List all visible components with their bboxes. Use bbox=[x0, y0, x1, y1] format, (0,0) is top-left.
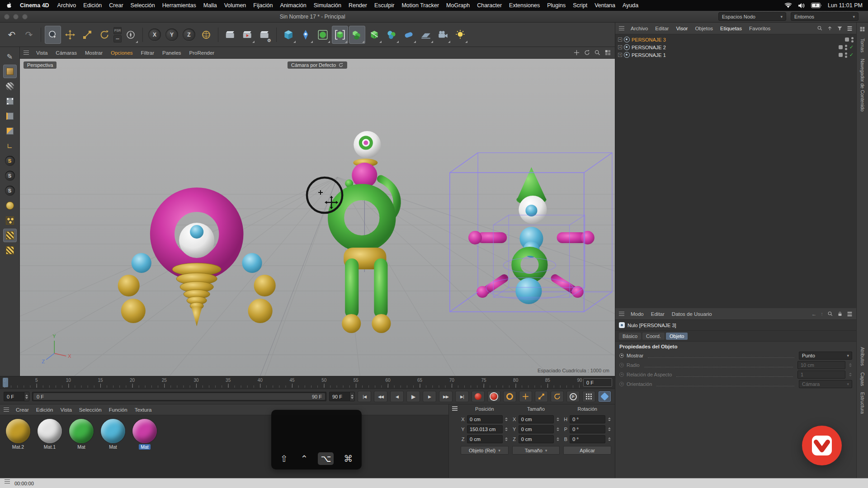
light-menu[interactable] bbox=[452, 26, 468, 44]
record-button[interactable] bbox=[472, 391, 485, 402]
boole-menu[interactable] bbox=[366, 26, 382, 44]
next-frame-button[interactable]: ▶ bbox=[423, 391, 436, 402]
tab-coord[interactable]: Coord. bbox=[642, 333, 665, 340]
rotation-b-field[interactable]: 0 ° bbox=[570, 435, 605, 443]
menu-animacion[interactable]: Animación bbox=[276, 2, 310, 9]
om-menu-favoritos[interactable]: Favoritos bbox=[746, 26, 774, 31]
render-picture-viewer-button[interactable] bbox=[239, 26, 255, 44]
pattern-weave-icon[interactable] bbox=[3, 244, 17, 257]
dock-grid-icon[interactable] bbox=[859, 26, 865, 32]
orbit-view-icon[interactable] bbox=[584, 49, 590, 56]
apply-button[interactable]: Aplicar bbox=[563, 446, 611, 455]
psr-record-mini-button[interactable]: PSR bbox=[113, 27, 122, 34]
workplane-mode-icon[interactable]: ∟ bbox=[3, 139, 17, 153]
visibility-dots[interactable] bbox=[851, 37, 854, 42]
generators-menu[interactable] bbox=[332, 26, 348, 44]
material-menu-crear[interactable]: Crear bbox=[13, 407, 32, 413]
om-menu-objetos[interactable]: Objetos bbox=[692, 26, 716, 31]
menu-archivo[interactable]: Archivo bbox=[54, 2, 80, 9]
last-used-tool-button[interactable] bbox=[123, 26, 139, 44]
layer-chip[interactable] bbox=[845, 38, 849, 42]
history-back-icon[interactable]: ← bbox=[811, 311, 817, 317]
next-key-button[interactable]: ▶▶ bbox=[439, 391, 453, 402]
viewport-menu-vista[interactable]: Vista bbox=[33, 50, 51, 56]
material-swatch[interactable] bbox=[101, 419, 125, 443]
metaball-menu[interactable] bbox=[383, 26, 400, 44]
texture-paint-icon[interactable] bbox=[3, 199, 17, 212]
side-tab-capas[interactable]: Capas bbox=[860, 372, 865, 386]
cloner-menu[interactable] bbox=[349, 26, 365, 44]
x-axis-lock-button[interactable]: X bbox=[146, 26, 163, 44]
material-menu-burger-icon[interactable] bbox=[4, 409, 9, 410]
keyframe-scale-toggle[interactable] bbox=[535, 391, 548, 402]
solo-single-icon[interactable]: S bbox=[3, 169, 17, 183]
visibility-dots[interactable] bbox=[845, 45, 847, 50]
timeline-ruler[interactable]: 0 5 10 15 20 25 30 35 40 45 50 55 60 65 … bbox=[0, 376, 615, 389]
wifi-icon[interactable] bbox=[784, 3, 792, 9]
record-active-objects-button[interactable] bbox=[487, 391, 500, 402]
zoom-view-icon[interactable] bbox=[594, 49, 601, 56]
enabled-check-icon[interactable]: ✓ bbox=[849, 52, 854, 58]
attr-menu-datos[interactable]: Datos de Usuario bbox=[669, 311, 715, 317]
frame-range-slider[interactable]: 0 F90 F bbox=[32, 392, 326, 401]
spinner-arrows-icon[interactable] bbox=[607, 435, 611, 443]
size-x-field[interactable]: 0 cm bbox=[519, 415, 554, 423]
y-axis-lock-button[interactable]: Y bbox=[164, 26, 180, 44]
filter-icon[interactable] bbox=[837, 25, 843, 31]
side-tab-atributos[interactable]: Atributos bbox=[860, 347, 865, 366]
pattern-checker-icon[interactable] bbox=[3, 229, 17, 242]
texture-mode-icon[interactable] bbox=[3, 80, 17, 93]
keyframe-rotation-toggle[interactable] bbox=[551, 391, 564, 402]
material-swatch[interactable] bbox=[132, 419, 157, 443]
toggle-layout-icon[interactable] bbox=[604, 49, 611, 56]
menu-mograph[interactable]: MoGraph bbox=[443, 2, 473, 9]
point-mode-icon[interactable] bbox=[3, 94, 17, 108]
position-z-field[interactable]: 0 cm bbox=[467, 435, 503, 443]
previous-key-button[interactable]: ◀◀ bbox=[374, 391, 387, 402]
panel-options-icon[interactable] bbox=[847, 25, 853, 31]
viewport-menu-opciones[interactable]: Opciones bbox=[107, 50, 137, 56]
visibility-dots[interactable] bbox=[845, 52, 847, 58]
coordinate-system-toggle[interactable] bbox=[198, 26, 214, 44]
menu-plugins[interactable]: Plugins bbox=[543, 2, 569, 9]
range-bar[interactable] bbox=[33, 393, 325, 400]
menu-ventana[interactable]: Ventana bbox=[591, 2, 619, 9]
range-end-spinner[interactable]: 90 F bbox=[329, 392, 355, 401]
range-start-spinner[interactable]: 0 F bbox=[4, 392, 29, 401]
object-row-personaje-2[interactable]: + PERSONAJE 2 ✓ bbox=[617, 43, 854, 51]
size-mode-dropdown[interactable]: Tamaño▾ bbox=[512, 446, 560, 455]
menu-esculpir[interactable]: Esculpir bbox=[371, 2, 398, 9]
spinner-arrows-icon[interactable] bbox=[349, 392, 354, 401]
view-label[interactable]: Perspectiva bbox=[24, 61, 57, 69]
material-menu-textura[interactable]: Textura bbox=[132, 407, 155, 413]
previous-frame-button[interactable]: ◀ bbox=[390, 391, 404, 402]
spline-pen-menu[interactable] bbox=[297, 26, 314, 44]
pattern-dots-icon[interactable] bbox=[3, 214, 17, 227]
viewport-menu-camaras[interactable]: Cámaras bbox=[52, 50, 80, 56]
menu-render[interactable]: Render bbox=[345, 2, 371, 9]
goto-end-button[interactable]: ▶| bbox=[455, 391, 469, 402]
material-menu-funcion[interactable]: Función bbox=[106, 407, 131, 413]
om-menu-visor[interactable]: Visor bbox=[673, 26, 691, 31]
lock-icon[interactable] bbox=[837, 311, 843, 317]
size-z-field[interactable]: 0 cm bbox=[519, 435, 554, 443]
subdivision-surface-menu[interactable] bbox=[315, 26, 331, 44]
play-button[interactable]: ▶ bbox=[406, 391, 420, 402]
menubar-clock[interactable]: Lun 11:01 PM bbox=[828, 2, 863, 9]
live-selection-tool[interactable] bbox=[45, 26, 61, 44]
menu-ayuda[interactable]: Ayuda bbox=[619, 2, 642, 9]
zoom-window-button[interactable] bbox=[22, 14, 28, 19]
keyframe-pla-toggle[interactable] bbox=[582, 391, 595, 402]
viewport-menu-mostrar[interactable]: Mostrar bbox=[81, 50, 106, 56]
menu-seleccion[interactable]: Selección bbox=[127, 2, 159, 9]
object-row-personaje-3[interactable]: + PERSONAJE 3 bbox=[617, 36, 854, 43]
environments-dropdown[interactable]: Entornos▾ bbox=[791, 12, 859, 21]
pan-view-icon[interactable] bbox=[573, 49, 580, 56]
menu-herramientas[interactable]: Herramientas bbox=[159, 2, 200, 9]
om-menu-etiquetas[interactable]: Etiquetas bbox=[717, 26, 745, 31]
menu-simulacion[interactable]: Simulación bbox=[310, 2, 345, 9]
object-row-personaje-1[interactable]: + PERSONAJE 1 ✓ bbox=[617, 51, 854, 59]
keyframe-selection-button[interactable] bbox=[598, 391, 611, 402]
position-y-field[interactable]: 150.013 cm bbox=[467, 425, 503, 433]
side-tab-navegador[interactable]: Navegador de Contenido bbox=[860, 59, 865, 112]
